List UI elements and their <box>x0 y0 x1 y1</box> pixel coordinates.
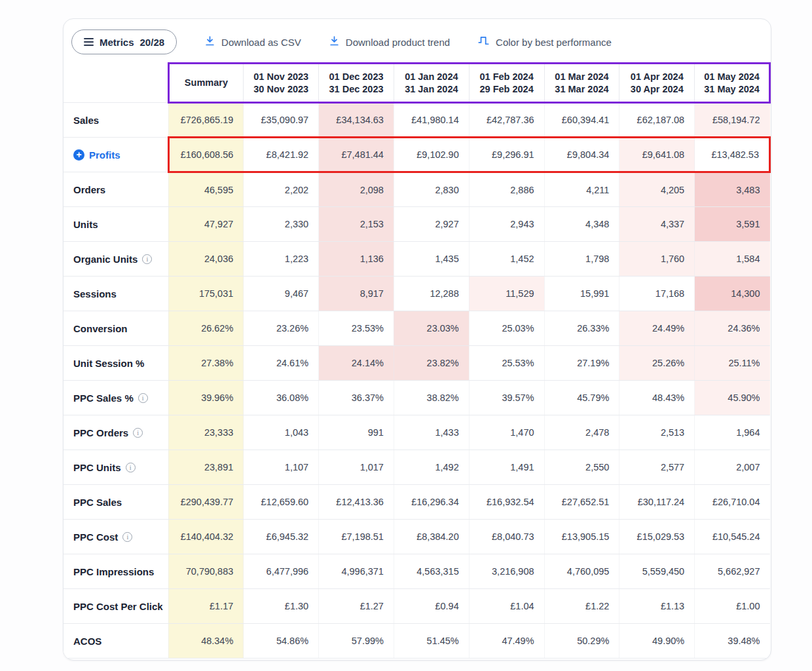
metric-cell: 38.82% <box>394 381 469 415</box>
metric-cell: 24.14% <box>319 346 394 381</box>
metric-cell: 2,886 <box>469 172 544 207</box>
metric-cell: 4,337 <box>619 207 695 242</box>
row-label: Unit Session % <box>64 346 168 381</box>
metric-cell: £35,090.97 <box>244 103 319 138</box>
metric-row: Sessions175,0319,4678,91712,28811,52915,… <box>64 277 770 311</box>
metric-cell: 26.33% <box>544 311 619 346</box>
metric-cell: 2,478 <box>544 415 619 450</box>
row-label: Units <box>64 207 168 242</box>
metric-cell: 45.79% <box>544 381 619 415</box>
metric-cell: 2,098 <box>319 172 394 207</box>
metric-cell: 27.38% <box>168 346 244 381</box>
metric-row: PPC Cost Per Click£1.17£1.30£1.27£0.94£1… <box>64 589 770 624</box>
column-header: 01 Feb 202429 Feb 2024 <box>469 64 544 103</box>
row-label: ACOS <box>64 624 168 659</box>
row-label: Sessions <box>64 277 168 311</box>
metric-cell: £27,652.51 <box>544 485 619 520</box>
row-label-text: Sales <box>73 115 99 126</box>
row-label-text: Profits <box>89 149 120 161</box>
info-icon[interactable]: i <box>142 254 152 264</box>
column-header-line2: 31 Mar 2024 <box>545 83 619 96</box>
metric-cell: £7,198.51 <box>319 520 394 554</box>
metrics-button[interactable]: Metrics 20/28 <box>71 29 177 54</box>
row-label: PPC Ordersi <box>64 415 168 450</box>
metric-cell: 25.11% <box>695 346 770 381</box>
metric-cell: 2,550 <box>544 450 619 485</box>
metric-cell: £140,404.32 <box>168 520 244 554</box>
date-header-row: Summary01 Nov 202330 Nov 202301 Dec 2023… <box>64 64 770 103</box>
hamburger-icon <box>84 38 94 46</box>
row-label: Orders <box>64 172 168 207</box>
metric-cell: 24.61% <box>244 346 319 381</box>
metric-cell: 47,927 <box>168 207 244 242</box>
row-label-text: PPC Cost Per Click <box>73 601 163 612</box>
metric-cell: 23.26% <box>244 311 319 346</box>
row-label: Organic Unitsi <box>64 242 168 277</box>
metric-cell: £160,608.56 <box>168 138 244 172</box>
metric-cell: 25.26% <box>619 346 695 381</box>
metric-cell: 1,760 <box>619 242 695 277</box>
metric-cell: 45.90% <box>695 381 770 415</box>
row-label: PPC Unitsi <box>64 450 168 485</box>
row-label: +Profits <box>64 138 168 172</box>
expand-plus-icon[interactable]: + <box>73 149 84 161</box>
metric-cell: £12,413.36 <box>319 485 394 520</box>
metric-cell: 4,760,095 <box>544 554 619 589</box>
metric-cell: 50.29% <box>544 624 619 659</box>
metrics-table: Summary01 Nov 202330 Nov 202301 Dec 2023… <box>64 62 771 659</box>
metric-cell: £41,980.14 <box>394 103 469 138</box>
info-icon[interactable]: i <box>122 532 132 542</box>
metric-cell: 1,584 <box>695 242 770 277</box>
metric-cell: £7,481.44 <box>319 138 394 172</box>
toolbar: Metrics 20/28 Download as CSV Download p… <box>64 19 771 62</box>
metric-row: PPC Impressions70,790,8836,477,9964,996,… <box>64 554 770 589</box>
row-label-text: Units <box>73 219 98 230</box>
row-label: Sales <box>64 103 168 138</box>
metric-cell: £16,932.54 <box>469 485 544 520</box>
color-by-best-performance-label: Color by best performance <box>496 37 612 48</box>
download-icon <box>204 35 215 48</box>
metric-cell: 2,202 <box>244 172 319 207</box>
metric-cell: 1,107 <box>244 450 319 485</box>
row-label: PPC Impressions <box>64 554 168 589</box>
row-label: PPC Costi <box>64 520 168 554</box>
download-product-trend-label: Download product trend <box>346 37 450 48</box>
row-label-text: PPC Sales <box>73 497 122 508</box>
metric-cell: 25.03% <box>469 311 544 346</box>
metrics-panel: Metrics 20/28 Download as CSV Download p… <box>63 18 771 661</box>
metric-cell: 1,492 <box>394 450 469 485</box>
metric-cell: 39.48% <box>695 624 770 659</box>
column-header-line1: 01 Jan 2024 <box>394 71 469 83</box>
metric-cell: £8,421.92 <box>244 138 319 172</box>
metric-cell: £1.00 <box>695 589 770 624</box>
metric-row: PPC Ordersi23,3331,0439911,4331,4702,478… <box>64 415 770 450</box>
metric-cell: 26.62% <box>168 311 244 346</box>
metrics-button-label: Metrics <box>100 37 134 48</box>
info-icon[interactable]: i <box>126 463 136 472</box>
info-icon[interactable]: i <box>133 428 143 438</box>
row-label-text: PPC Cost <box>73 531 118 543</box>
metric-cell: 1,470 <box>469 415 544 450</box>
metric-cell: 46,595 <box>168 172 244 207</box>
column-header: 01 May 202431 May 2024 <box>695 64 770 103</box>
metric-cell: 9,467 <box>244 277 319 311</box>
row-label-text: PPC Sales % <box>73 393 134 404</box>
metric-cell: £10,545.24 <box>695 520 770 554</box>
metric-cell: 39.96% <box>168 381 244 415</box>
metric-cell: 4,996,371 <box>319 554 394 589</box>
column-header-line2: 29 Feb 2024 <box>470 83 544 96</box>
metric-row: ACOS48.34%54.86%57.99%51.45%47.49%50.29%… <box>64 624 770 659</box>
row-label-text: Conversion <box>73 323 128 334</box>
download-csv-button[interactable]: Download as CSV <box>204 35 301 48</box>
metric-cell: £60,394.41 <box>544 103 619 138</box>
row-label-text: Orders <box>73 184 105 195</box>
column-header-line1: 01 Nov 2023 <box>244 71 318 83</box>
metric-cell: £42,787.36 <box>469 103 544 138</box>
metric-cell: £0.94 <box>394 589 469 624</box>
column-header-line2: 31 Jan 2024 <box>394 83 469 96</box>
color-by-best-performance-button[interactable]: Color by best performance <box>477 35 612 49</box>
download-product-trend-button[interactable]: Download product trend <box>329 35 450 48</box>
column-header-line1: 01 Apr 2024 <box>619 71 694 83</box>
metric-cell: £1.22 <box>544 589 619 624</box>
info-icon[interactable]: i <box>138 393 148 403</box>
